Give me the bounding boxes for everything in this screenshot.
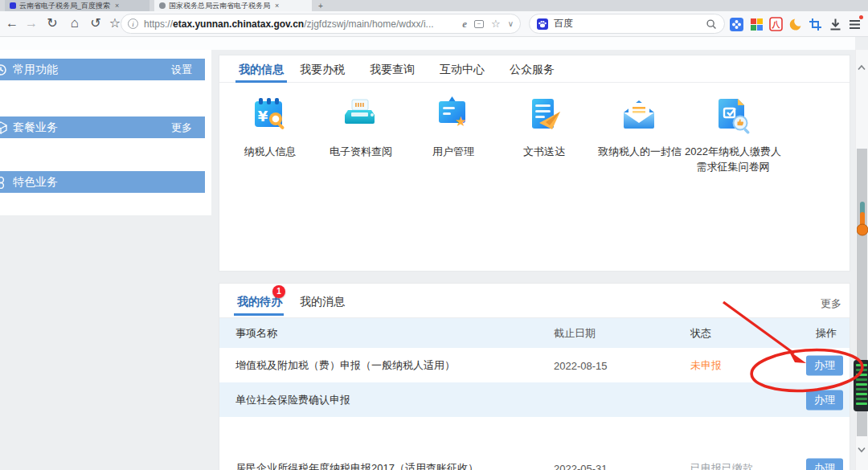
todo-item-name: 居民企业所得税年度纳税申报2017（适用查账征收） [235,461,478,470]
sidebar-item-package-business[interactable]: 套餐业务 更多 [0,116,205,138]
page-top-band [0,37,855,50]
handle-button[interactable]: 办理 [806,458,843,470]
night-mode-moon-icon[interactable] [788,16,804,32]
shortcut-taxpayer-info[interactable]: ¥ 纳税人信息 [218,96,322,159]
badge-icon [0,176,7,189]
tab-tax-handling[interactable]: 我要办税 [300,63,345,77]
shortcut-label: 用户管理 [401,144,506,159]
shortcut-e-document-access[interactable]: 电子资料查阅 [309,96,413,159]
search-icon[interactable] [706,18,717,30]
pdf-tool-icon[interactable]: 八 [768,16,784,32]
sidebar-item-special-business[interactable]: 特色业务 [0,171,205,193]
back-icon[interactable]: ← [3,14,21,32]
thermometer-widget-icon[interactable] [857,201,868,236]
screenshot-root: 云南省电子税务局_百度搜索 × 国家税务总局云南省电子税务局 × + ← → ↻… [0,0,868,470]
tab-my-messages[interactable]: 我的消息 [300,295,345,309]
shortcut-user-management[interactable]: ★ 用户管理 [401,96,506,159]
address-bar-tools: e − ☆ ∨ [462,18,514,31]
col-operation: 操作 [816,326,837,341]
translate-extension-icon[interactable] [728,16,744,32]
svg-text:★: ★ [454,113,466,129]
sidebar-item-label: 特色业务 [13,175,58,190]
reader-mode-icon[interactable]: − [474,20,484,28]
active-tab-underline [234,313,284,316]
address-bar[interactable]: i https://etax.yunnan.chinatax.gov.cn/zj… [121,14,521,34]
favorite-star-icon[interactable]: ☆ [491,18,501,30]
active-tab-underline [235,80,287,83]
todo-deadline: 2022-08-15 [554,359,608,371]
info-panel-tabrow: 我的信息 我要办税 我要查询 互动中心 公众服务 [219,55,850,83]
browser-tab-title: 国家税务总局云南省电子税务局 [169,1,270,11]
equalizer-widget-icon[interactable] [854,360,868,411]
shortcut-label: 致纳税人的一封信 [588,144,692,159]
tab-interaction[interactable]: 互动中心 [440,63,485,77]
apps-grid-icon[interactable] [748,16,764,32]
shortcut-label: 文书送达 [492,144,596,159]
todo-table-header: 事项名称 截止日期 状态 操作 [219,318,850,348]
download-icon[interactable] [827,16,843,32]
printer-icon [342,96,380,134]
browser-tab-search[interactable]: 云南省电子税务局_百度搜索 × [5,0,149,11]
sidebar-settings-link[interactable]: 设置 [171,63,192,77]
scrollbar-down-icon[interactable] [857,447,866,453]
table-row: 居民企业所得税年度纳税申报2017（适用查账征收） 2022-05-31 已申报… [219,451,850,470]
shortcut-letter-to-taxpayers[interactable]: 致纳税人的一封信 [588,96,692,159]
todo-count-badge: 1 [272,285,285,298]
url-text: https://etax.yunnan.chinatax.gov.cn/zjgf… [144,18,456,30]
sidebar-more-link[interactable]: 更多 [171,121,192,135]
undo-icon[interactable]: ↺ [87,14,104,32]
new-tab-button[interactable]: + [318,2,323,10]
todo-panel-tabrow: 我的待办 1 我的消息 更多 [219,284,850,318]
svg-text:八: 八 [771,20,780,29]
notification-dot [859,15,863,19]
page-info-icon[interactable]: i [128,18,138,29]
shortcut-document-delivery[interactable]: 文书送达 [492,96,596,159]
todo-deadline: 2022-05-31 [554,462,608,470]
survey-check-search-icon [714,96,752,134]
open-envelope-icon [620,96,659,134]
sidebar-item-common-functions[interactable]: 常用功能 设置 [0,59,205,80]
ie-compat-mode-icon[interactable]: e [462,18,467,31]
baidu-logo-icon [537,18,548,30]
col-deadline: 截止日期 [554,326,596,341]
tab-public-service[interactable]: 公众服务 [510,63,555,77]
menu-icon[interactable] [846,16,862,32]
globe-favicon-icon [159,2,166,9]
home-icon[interactable]: ⌂ [66,14,84,32]
table-row: 增值税及附加税（费）申报（一般纳税人适用） 2022-08-15 未申报 办理 [219,348,850,382]
forward-icon[interactable]: → [23,14,40,32]
calendar-yen-search-icon: ¥ [251,96,289,134]
todo-item-name: 增值税及附加税（费）申报（一般纳税人适用） [235,358,455,373]
shortcut-label: 纳税人信息 [218,144,322,159]
cube-icon [0,121,7,134]
handle-button[interactable]: 办理 [806,355,843,375]
table-row: 单位社会保险费确认申报 办理 [219,382,850,417]
todo-panel: 我的待办 1 我的消息 更多 事项名称 截止日期 状态 操作 增值税及附加税（费… [219,283,850,470]
scrollbar-up-icon[interactable] [857,64,866,71]
browser-tab-title: 云南省电子税务局_百度搜索 [19,1,110,11]
svg-text:¥: ¥ [258,108,268,125]
tab-inquiry[interactable]: 我要查询 [370,63,415,77]
clock-icon [0,63,7,76]
chevron-down-icon[interactable]: ∨ [508,19,514,28]
col-status: 状态 [690,326,711,341]
browser-tab-etax[interactable]: 国家税务总局云南省电子税务局 × [154,0,312,11]
todo-more-link[interactable]: 更多 [821,296,841,311]
sidebar-item-label: 套餐业务 [13,121,58,135]
screenshot-crop-icon[interactable] [807,16,823,32]
todo-item-name: 单位社会保险费确认申报 [235,393,350,407]
my-info-panel: 我的信息 我要办税 我要查询 互动中心 公众服务 ¥ 纳税人信息 [219,55,850,272]
browser-toolbar: ← → ↻ ⌂ ↺ ☆ i https://etax.yunnan.chinat… [0,11,868,37]
close-tab-icon[interactable]: × [115,2,119,10]
handle-button[interactable]: 办理 [806,390,843,410]
col-item-name: 事项名称 [235,326,277,341]
shortcut-label: 2022年纳税人缴费人需求征集问卷网 [681,144,785,174]
search-engine-label: 百度 [554,17,706,31]
shortcut-2022-survey[interactable]: 2022年纳税人缴费人需求征集问卷网 [681,96,785,174]
reload-icon[interactable]: ↻ [43,14,61,32]
sidebar: 常用功能 设置 套餐业务 更多 特色业务 [0,50,211,215]
close-tab-icon[interactable]: × [275,2,279,10]
baidu-search-box[interactable]: 百度 [529,14,725,34]
tab-my-info[interactable]: 我的信息 [239,63,284,77]
status-badge: 未申报 [690,358,722,373]
